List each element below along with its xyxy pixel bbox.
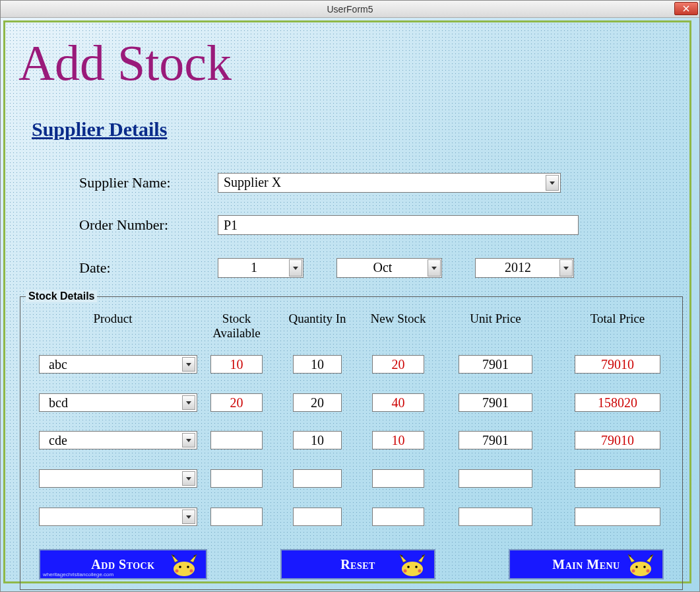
newstock-input[interactable] [372,508,424,526]
totalprice-input[interactable] [575,355,660,374]
date-month-value: Oct [373,260,393,275]
svg-point-4 [187,566,189,568]
page-heading: Add Stock [18,34,232,92]
newstock-input[interactable] [372,393,424,412]
date-year-combo[interactable]: 2012 [475,258,574,278]
close-icon [683,5,689,12]
product-value: bcd [49,395,68,411]
available-input[interactable] [210,508,263,526]
supplier-name-combo[interactable]: Supplier X [218,173,561,193]
chevron-down-icon[interactable] [289,259,302,277]
stock-row: bcd [20,393,682,412]
product-combo[interactable]: bcd [39,393,197,412]
order-number-row: Order Number: [79,215,579,235]
button-row: Add Stock wheritagechristia [20,549,682,579]
stock-grid-header: Product Stock Available Quantity In New … [20,312,682,341]
date-day-value: 1 [251,260,257,275]
col-qtyin: Quantity In [274,312,360,341]
stock-row: cde [20,430,682,450]
qtyin-input[interactable] [293,469,342,488]
svg-point-14 [643,566,646,568]
svg-point-2 [174,562,195,576]
window-title: UserForm5 [327,4,373,15]
available-input[interactable] [210,469,263,488]
main-menu-label: Main Menu [552,557,620,572]
stock-details-fieldset: Stock Details Product Stock Available Qu… [20,296,683,590]
order-number-input[interactable] [218,215,579,235]
available-input[interactable] [210,431,263,449]
date-group: 1 Oct 2012 [218,258,574,278]
svg-point-16 [647,570,650,573]
totalprice-input[interactable] [575,469,660,488]
pikachu-icon [623,553,658,577]
supplier-name-row: Supplier Name: Supplier X [79,173,561,193]
newstock-input[interactable] [372,469,424,488]
date-row: Date: 1 Oct 2012 [79,258,574,278]
chevron-down-icon[interactable] [182,471,195,486]
svg-point-12 [630,562,651,576]
qtyin-input[interactable] [293,431,342,449]
date-label: Date: [79,259,218,277]
unitprice-input[interactable] [459,469,532,488]
userform-window: UserForm5 Add Stock Supplier Details Sup… [0,0,700,592]
newstock-input[interactable] [372,355,424,374]
qtyin-input[interactable] [293,393,342,412]
product-combo[interactable] [39,469,197,488]
product-combo[interactable]: cde [39,431,197,449]
chevron-down-icon[interactable] [546,175,559,191]
svg-point-15 [632,570,635,573]
inner-panel: Add Stock Supplier Details Supplier Name… [3,20,691,583]
chevron-down-icon[interactable] [559,259,573,277]
form-body: Add Stock Supplier Details Supplier Name… [1,18,699,591]
titlebar: UserForm5 [1,1,699,18]
newstock-input[interactable] [372,431,424,449]
svg-point-13 [635,566,638,568]
chevron-down-icon[interactable] [182,510,195,524]
add-stock-label: Add Stock [91,557,154,572]
chevron-down-icon[interactable] [182,395,195,410]
available-input[interactable] [210,355,263,374]
pikachu-icon [395,553,430,577]
close-button[interactable] [674,2,698,15]
main-menu-button[interactable]: Main Menu [509,549,664,579]
svg-point-10 [404,570,407,573]
col-newstock: New Stock [360,312,436,341]
reset-label: Reset [340,557,375,572]
product-combo[interactable]: abc [39,355,197,374]
totalprice-input[interactable] [575,393,660,412]
reset-button[interactable]: Reset [280,549,435,579]
qtyin-input[interactable] [293,355,342,374]
add-stock-button[interactable]: Add Stock wheritagechristia [39,549,207,579]
col-totalprice: Total Price [555,312,680,341]
supplier-section-title: Supplier Details [32,118,167,141]
stock-row [20,469,682,488]
unitprice-input[interactable] [459,508,532,526]
qtyin-input[interactable] [293,508,342,526]
col-available: Stock Available [199,312,274,341]
unitprice-input[interactable] [459,431,532,449]
chevron-down-icon[interactable] [428,259,441,277]
svg-point-5 [175,570,179,573]
svg-point-3 [179,566,181,568]
date-day-combo[interactable]: 1 [218,258,303,278]
chevron-down-icon[interactable] [182,433,195,447]
svg-point-9 [415,566,418,568]
chevron-down-icon[interactable] [182,357,195,372]
totalprice-input[interactable] [575,431,660,449]
svg-point-8 [407,566,410,568]
svg-point-6 [190,570,193,573]
order-number-label: Order Number: [79,216,218,234]
date-year-value: 2012 [505,260,531,275]
product-value: abc [49,357,67,372]
product-combo[interactable] [39,508,197,526]
watermark-text: wheritagechristiancollege.com [43,572,113,577]
available-input[interactable] [210,393,263,412]
unitprice-input[interactable] [459,393,532,412]
pikachu-icon [166,553,202,577]
product-value: cde [49,433,67,448]
totalprice-input[interactable] [575,508,660,526]
supplier-name-value: Supplier X [224,175,281,189]
unitprice-input[interactable] [459,355,532,374]
date-month-combo[interactable]: Oct [336,258,442,278]
supplier-name-label: Supplier Name: [79,174,218,191]
